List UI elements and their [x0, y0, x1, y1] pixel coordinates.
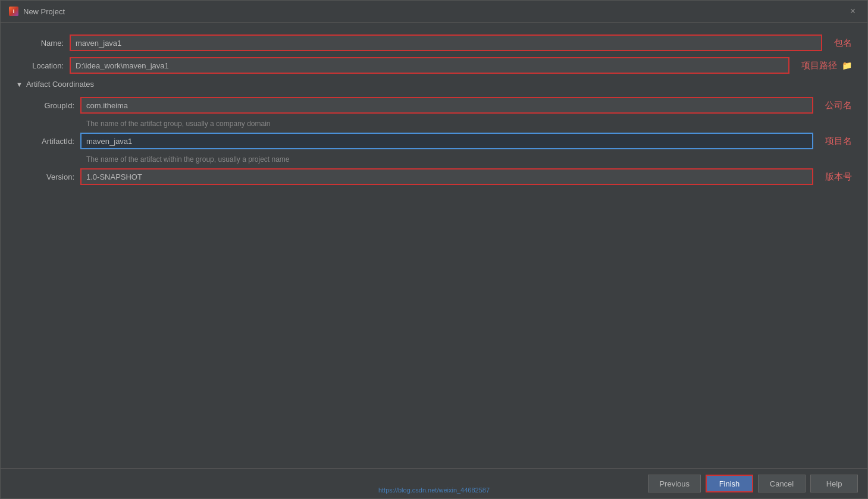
groupid-hint: The name of the artifact group, usually … — [86, 120, 852, 128]
groupid-row: GroupId: 公司名 — [27, 97, 852, 114]
artifact-section-header: ▼ Artifact Coordinates — [16, 80, 852, 89]
close-button[interactable]: × — [847, 5, 859, 17]
artifactid-annotation: 项目名 — [825, 136, 852, 147]
location-annotation: 项目路径 — [801, 60, 837, 71]
groupid-label: GroupId: — [27, 101, 80, 110]
title-bar-left: I New Project — [9, 7, 65, 16]
artifactid-hint: The name of the artifact within the grou… — [86, 155, 852, 164]
section-toggle-icon[interactable]: ▼ — [16, 81, 23, 88]
artifactid-input[interactable] — [80, 133, 813, 149]
name-input[interactable] — [70, 34, 822, 51]
dialog-content: Name: 包名 Location: 项目路径 📁 ▼ Artifact Coo… — [1, 23, 867, 468]
location-label: Location: — [16, 61, 70, 70]
version-input-wrapper: 版本号 — [80, 168, 852, 185]
cancel-button[interactable]: Cancel — [758, 475, 806, 492]
location-input[interactable] — [70, 57, 789, 74]
artifactid-input-wrapper: 项目名 — [80, 133, 852, 149]
watermark-url: https://blog.csdn.net/weixin_44682587 — [378, 487, 490, 494]
version-label: Version: — [27, 172, 80, 181]
help-button[interactable]: Help — [810, 475, 858, 492]
groupid-input[interactable] — [80, 97, 813, 114]
name-annotation: 包名 — [834, 37, 852, 49]
title-bar: I New Project × — [1, 1, 867, 23]
groupid-input-wrapper: 公司名 — [80, 97, 852, 114]
name-label: Name: — [16, 39, 70, 48]
finish-button[interactable]: Finish — [706, 475, 753, 492]
version-row: Version: 版本号 — [27, 168, 852, 185]
artifactid-label: ArtifactId: — [27, 137, 80, 146]
location-input-wrapper: 项目路径 📁 — [70, 57, 852, 74]
groupid-annotation: 公司名 — [825, 100, 852, 111]
version-input[interactable] — [80, 168, 813, 185]
previous-button[interactable]: Previous — [648, 475, 701, 492]
version-annotation: 版本号 — [825, 171, 852, 183]
artifact-section-content: GroupId: 公司名 The name of the artifact gr… — [27, 97, 852, 185]
folder-icon[interactable]: 📁 — [842, 61, 852, 70]
artifactid-row: ArtifactId: 项目名 — [27, 133, 852, 149]
name-input-wrapper: 包名 — [70, 34, 852, 51]
idea-logo: I — [9, 7, 18, 16]
dialog-title: New Project — [23, 7, 65, 16]
location-row: Location: 项目路径 📁 — [16, 57, 852, 74]
app-icon: I — [9, 7, 18, 16]
bottom-bar: Previous Finish Cancel Help — [1, 468, 867, 498]
new-project-dialog: I New Project × Name: 包名 Location: 项目路径 … — [0, 0, 868, 499]
name-row: Name: 包名 — [16, 34, 852, 51]
artifact-section-title: Artifact Coordinates — [26, 80, 94, 89]
